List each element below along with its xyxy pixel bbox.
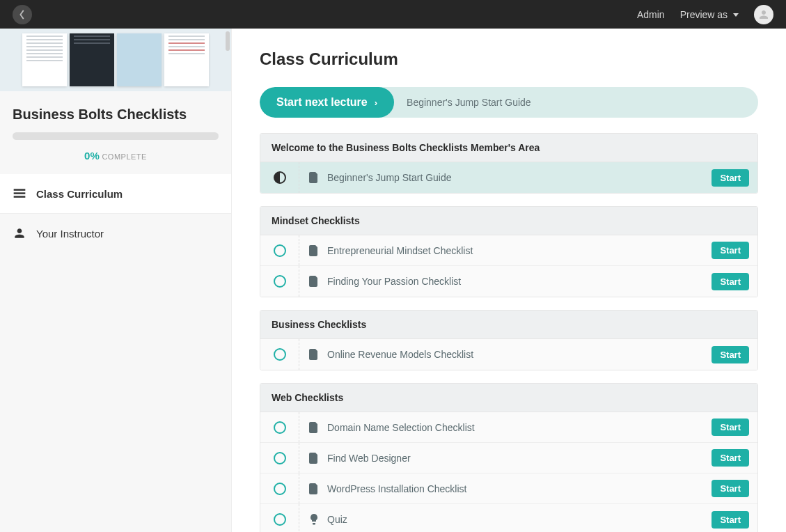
- curriculum-section: Mindset ChecklistsEntrepreneurial Mindse…: [260, 206, 758, 297]
- lecture-status: [260, 162, 299, 193]
- sidebar: Business Bolts Checklists 0% COMPLETE Cl…: [0, 29, 232, 532]
- lecture-status: [260, 412, 299, 442]
- start-next-bar: Start next lecture › Beginner's Jump Sta…: [260, 87, 758, 118]
- document-icon: [309, 245, 319, 256]
- lecture-row[interactable]: QuizStart: [260, 504, 757, 532]
- lecture-action: Start: [712, 480, 757, 497]
- lecture-body: Online Revenue Models Checklist: [299, 349, 712, 360]
- empty-status-icon: [274, 483, 286, 495]
- course-title: Business Bolts Checklists: [13, 107, 219, 123]
- empty-status-icon: [274, 244, 286, 257]
- document-icon: [309, 453, 319, 464]
- lecture-action: Start: [712, 346, 757, 363]
- document-icon: [309, 172, 319, 183]
- empty-status-icon: [274, 513, 286, 526]
- lecture-action: Start: [712, 418, 757, 436]
- doc-preview-thumb: [164, 33, 209, 86]
- progress-text: 0% COMPLETE: [13, 150, 219, 162]
- lecture-row[interactable]: Finding Your Passion ChecklistStart: [260, 266, 757, 297]
- start-next-lecture-button[interactable]: Start next lecture ›: [260, 87, 394, 118]
- start-lecture-button[interactable]: Start: [712, 480, 749, 497]
- next-lecture-title[interactable]: Beginner's Jump Start Guide: [394, 97, 531, 108]
- lecture-status: [260, 266, 299, 297]
- start-lecture-button[interactable]: Start: [712, 511, 749, 529]
- lecture-title: Online Revenue Models Checklist: [327, 349, 473, 360]
- document-icon: [309, 483, 319, 494]
- lecture-title: Find Web Designer: [327, 453, 411, 464]
- half-progress-icon: [274, 171, 286, 184]
- back-button[interactable]: [13, 5, 32, 24]
- chevron-left-icon: [19, 10, 26, 19]
- lecture-body: Finding Your Passion Checklist: [299, 276, 712, 287]
- curriculum-section: Web ChecklistsDomain Name Selection Chec…: [260, 383, 758, 532]
- section-header: Web Checklists: [260, 384, 757, 412]
- start-lecture-button[interactable]: Start: [712, 273, 749, 290]
- lecture-row[interactable]: Entrepreneurial Mindset ChecklistStart: [260, 235, 757, 266]
- svg-rect-1: [14, 192, 26, 194]
- caret-down-icon: [733, 13, 739, 17]
- sidebar-item-instructor[interactable]: Your Instructor: [0, 214, 231, 253]
- lecture-body: Find Web Designer: [299, 453, 712, 464]
- sidebar-item-curriculum[interactable]: Class Curriculum: [0, 174, 231, 214]
- page-title: Class Curriculum: [260, 49, 758, 69]
- empty-status-icon: [274, 348, 286, 361]
- lecture-body: WordPress Installation Checklist: [299, 483, 712, 494]
- lecture-row[interactable]: Online Revenue Models ChecklistStart: [260, 339, 757, 370]
- main-content: Class Curriculum Start next lecture › Be…: [232, 29, 786, 532]
- preview-as-dropdown[interactable]: Preview as: [680, 9, 739, 20]
- lecture-status: [260, 339, 299, 370]
- section-header: Welcome to the Business Bolts Checklists…: [260, 134, 757, 162]
- lecture-title: Quiz: [327, 514, 347, 525]
- doc-preview-thumb: [22, 33, 67, 86]
- empty-status-icon: [274, 421, 286, 434]
- lecture-status: [260, 235, 299, 265]
- lecture-action: Start: [712, 449, 757, 467]
- lecture-row[interactable]: Beginner's Jump Start GuideStart: [260, 162, 757, 193]
- lecture-row[interactable]: WordPress Installation ChecklistStart: [260, 474, 757, 504]
- lecture-row[interactable]: Domain Name Selection ChecklistStart: [260, 412, 757, 443]
- lightbulb-icon: [309, 514, 319, 525]
- lecture-status: [260, 504, 299, 532]
- admin-link[interactable]: Admin: [637, 9, 665, 20]
- curriculum-section: Welcome to the Business Bolts Checklists…: [260, 133, 758, 194]
- user-avatar[interactable]: [754, 5, 773, 24]
- lecture-row[interactable]: Find Web DesignerStart: [260, 443, 757, 474]
- start-lecture-button[interactable]: Start: [712, 242, 749, 259]
- lecture-title: Domain Name Selection Checklist: [327, 422, 475, 433]
- lecture-status: [260, 443, 299, 473]
- start-lecture-button[interactable]: Start: [712, 449, 749, 467]
- progress-bar: [13, 132, 219, 140]
- start-lecture-button[interactable]: Start: [712, 346, 749, 363]
- empty-status-icon: [274, 275, 286, 288]
- lecture-action: Start: [712, 242, 757, 259]
- lecture-title: Finding Your Passion Checklist: [327, 276, 461, 287]
- lecture-status: [260, 474, 299, 503]
- doc-preview-thumb: [70, 33, 114, 86]
- start-lecture-button[interactable]: Start: [712, 418, 749, 436]
- course-header: Business Bolts Checklists 0% COMPLETE: [0, 91, 231, 174]
- start-button-label: Start next lecture: [276, 96, 368, 109]
- document-icon: [309, 349, 319, 360]
- preview-as-label: Preview as: [680, 9, 728, 20]
- progress-label: COMPLETE: [102, 152, 147, 161]
- svg-rect-2: [14, 196, 26, 198]
- lecture-action: Start: [712, 169, 757, 187]
- lecture-title: WordPress Installation Checklist: [327, 483, 466, 494]
- scrollbar-thumb[interactable]: [226, 31, 230, 51]
- empty-status-icon: [274, 452, 286, 464]
- course-image: [0, 29, 231, 91]
- start-lecture-button[interactable]: Start: [712, 169, 749, 187]
- lecture-action: Start: [712, 273, 757, 290]
- document-icon: [309, 422, 319, 433]
- user-icon: [757, 8, 770, 21]
- lecture-body: Domain Name Selection Checklist: [299, 422, 712, 433]
- section-header: Business Checklists: [260, 311, 757, 339]
- lecture-title: Beginner's Jump Start Guide: [327, 172, 452, 183]
- curriculum-section: Business ChecklistsOnline Revenue Models…: [260, 310, 758, 370]
- section-header: Mindset Checklists: [260, 207, 757, 235]
- topbar: Admin Preview as: [0, 0, 786, 29]
- list-icon: [13, 187, 26, 201]
- chevron-right-icon: ›: [375, 97, 377, 108]
- document-icon: [309, 276, 319, 287]
- lecture-body: Beginner's Jump Start Guide: [299, 172, 712, 183]
